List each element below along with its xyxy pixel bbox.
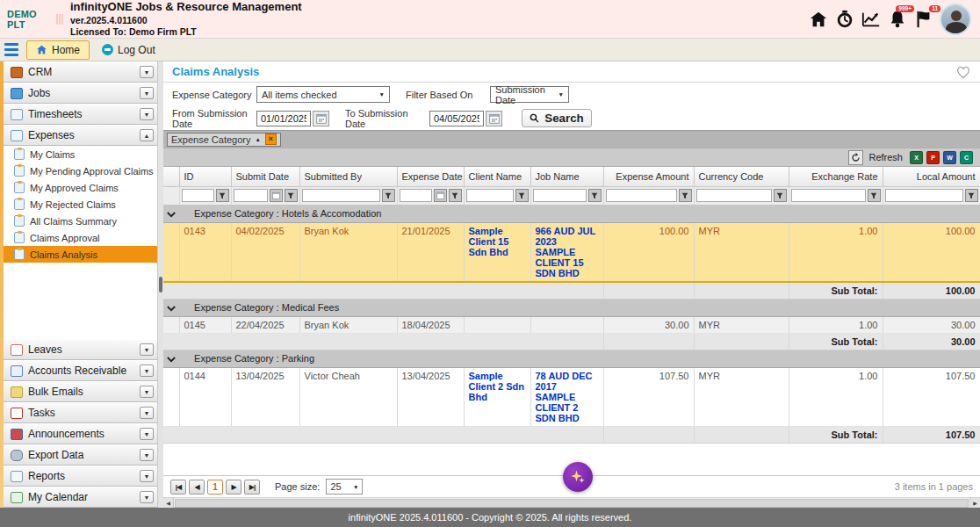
column-header-currency-code[interactable]: Currency Code [694, 167, 789, 186]
collapse-chevron-icon[interactable] [167, 212, 176, 218]
chevron-down-icon[interactable]: ▼ [140, 449, 154, 461]
column-header-job-name[interactable]: Job Name [530, 167, 603, 186]
sidebar-section-bulk-emails[interactable]: Bulk Emails ▼ [4, 381, 157, 402]
page-size-select[interactable]: 25 ▼ [326, 479, 363, 495]
sidebar-item-all-claims-summary[interactable]: All Claims Summary [4, 213, 157, 229]
sidebar-section-announcements[interactable]: Announcements ▼ [4, 423, 157, 444]
column-header-submit-date[interactable]: Submit Date [231, 167, 299, 186]
filter-funnel-icon[interactable] [449, 189, 462, 202]
sidebar-section-timesheets[interactable]: Timesheets ▼ [4, 104, 157, 125]
chevron-down-icon[interactable]: ▼ [140, 87, 154, 99]
filter-funnel-icon[interactable] [679, 189, 692, 202]
expense-category-dropdown[interactable]: All items checked ▼ [256, 86, 390, 103]
row-expand-cell[interactable] [163, 367, 179, 426]
sidebar-section-expenses[interactable]: Expenses ▲ [4, 125, 157, 146]
group-row-parking[interactable]: Expense Category : Parking [163, 350, 980, 367]
pager-page-1-button[interactable]: 1 [207, 480, 223, 495]
analytics-chart-icon[interactable] [861, 9, 882, 30]
pager-first-button[interactable]: |◀ [170, 480, 186, 495]
scrollbar-thumb[interactable] [175, 499, 969, 508]
row-expand-cell[interactable] [163, 316, 179, 333]
client-link[interactable]: Sample Client 15 Sdn Bhd [469, 226, 509, 257]
filter-funnel-icon[interactable] [216, 189, 229, 202]
flag-icon[interactable]: 11 [913, 9, 934, 30]
filter-funnel-icon[interactable] [285, 189, 298, 202]
filter-based-on-dropdown[interactable]: Submission Date ▼ [490, 86, 569, 103]
filter-input-submit-date[interactable] [234, 189, 268, 202]
filter-funnel-icon[interactable] [868, 189, 881, 202]
filter-funnel-icon[interactable] [588, 189, 602, 202]
scroll-left-icon[interactable]: ◀ [163, 498, 174, 509]
to-submission-date-input[interactable] [429, 111, 484, 126]
client-link[interactable]: Sample Client 2 Sdn Bhd [469, 371, 525, 402]
chevron-down-icon[interactable]: ▼ [140, 491, 154, 503]
refresh-icon[interactable] [848, 150, 863, 165]
filter-funnel-icon[interactable] [515, 189, 529, 202]
assistant-fab-button[interactable] [563, 462, 593, 492]
horizontal-scrollbar[interactable]: ◀ ▶ [163, 497, 980, 508]
sidebar-item-my-rejected-claims[interactable]: My Rejected Claims [4, 196, 157, 213]
tab-logout[interactable]: Log Out [93, 40, 164, 60]
sidebar-section-accounts-receivable[interactable]: Accounts Receivable ▼ [4, 360, 157, 381]
pager-last-button[interactable]: ▶| [244, 480, 260, 495]
filter-input-id[interactable] [182, 189, 214, 202]
export-word-icon[interactable]: W [943, 151, 956, 164]
chevron-down-icon[interactable]: ▼ [140, 428, 154, 440]
tab-home[interactable]: Home [26, 40, 90, 60]
row-expand-cell[interactable] [163, 222, 179, 282]
chevron-down-icon[interactable]: ▼ [140, 108, 154, 120]
sidebar-item-my-approved-claims[interactable]: My Approved Claims [4, 179, 157, 196]
filter-funnel-icon[interactable] [774, 189, 787, 202]
timer-icon[interactable] [834, 9, 855, 30]
job-link[interactable]: 78 AUD DEC 2017 SAMPLE CLIENT 2 SDN BHD [536, 371, 593, 423]
filter-input-expense-date[interactable] [400, 189, 432, 202]
column-header-local-amount[interactable]: Local Amount [883, 167, 980, 186]
column-header-client-name[interactable]: Client Name [464, 167, 530, 186]
column-header-id[interactable]: ID [179, 167, 231, 186]
chevron-down-icon[interactable]: ▼ [140, 407, 154, 419]
export-pdf-icon[interactable]: P [926, 151, 940, 164]
export-csv-icon[interactable]: C [960, 151, 973, 164]
sidebar-item-claims-approval[interactable]: Claims Approval [4, 229, 157, 246]
filter-input-local-amount[interactable] [885, 189, 963, 202]
column-header-submitted-by[interactable]: Submitted By [299, 167, 397, 186]
favorite-heart-icon[interactable] [955, 65, 971, 79]
column-header-exchange-rate[interactable]: Exchange Rate [789, 167, 883, 186]
claim-row-0144[interactable]: 0144 13/04/2025 Victor Cheah 13/04/2025 … [163, 367, 980, 426]
chevron-down-icon[interactable]: ▼ [140, 386, 154, 398]
filter-funnel-icon[interactable] [382, 189, 395, 202]
calendar-icon[interactable] [434, 189, 447, 202]
sidebar-section-tasks[interactable]: Tasks ▼ [4, 402, 157, 423]
sidebar-section-reports[interactable]: Reports ▼ [4, 466, 157, 487]
notifications-bell-icon[interactable]: 999+ [887, 9, 908, 30]
search-button[interactable]: Search [522, 109, 592, 127]
chevron-up-icon[interactable]: ▲ [140, 129, 154, 141]
splitter-grip[interactable] [159, 277, 162, 292]
collapse-chevron-icon[interactable] [167, 306, 176, 312]
filter-input-job-name[interactable] [533, 189, 587, 202]
sidebar-section-crm[interactable]: CRM ▼ [4, 61, 157, 83]
filter-input-expense-amount[interactable] [606, 189, 677, 202]
remove-group-icon[interactable]: × [265, 134, 277, 145]
chevron-down-icon[interactable]: ▼ [140, 470, 154, 482]
menu-toggle-icon[interactable] [0, 40, 23, 61]
from-submission-date-input[interactable] [256, 111, 311, 126]
sidebar-item-my-claims[interactable]: My Claims [4, 146, 157, 162]
calendar-icon[interactable] [486, 111, 502, 126]
group-chip-expense-category[interactable]: Expense Category ▲ × [167, 133, 281, 147]
sidebar-item-claims-analysis[interactable]: Claims Analysis [4, 246, 157, 263]
user-avatar[interactable] [940, 4, 971, 35]
calendar-icon[interactable] [270, 189, 283, 202]
company-logo[interactable]: DEMO PLT [7, 9, 63, 30]
filter-input-exchange-rate[interactable] [791, 189, 866, 202]
claim-row-0145[interactable]: 0145 22/04/2025 Bryan Kok 18/04/2025 30.… [163, 316, 980, 333]
chevron-down-icon[interactable]: ▼ [140, 343, 154, 356]
chevron-down-icon[interactable]: ▼ [140, 66, 154, 78]
group-row-hotels[interactable]: Expense Category : Hotels & Accomodation [163, 205, 980, 222]
filter-input-currency-code[interactable] [696, 189, 772, 202]
calendar-icon[interactable] [313, 111, 329, 126]
job-link[interactable]: 966 AUD JUL 2023 SAMPLE CLIENT 15 SDN BH… [536, 226, 595, 278]
group-row-medical-fees[interactable]: Expense Category : Medical Fees [163, 299, 980, 316]
collapse-chevron-icon[interactable] [167, 357, 176, 363]
home-icon[interactable] [808, 9, 829, 30]
